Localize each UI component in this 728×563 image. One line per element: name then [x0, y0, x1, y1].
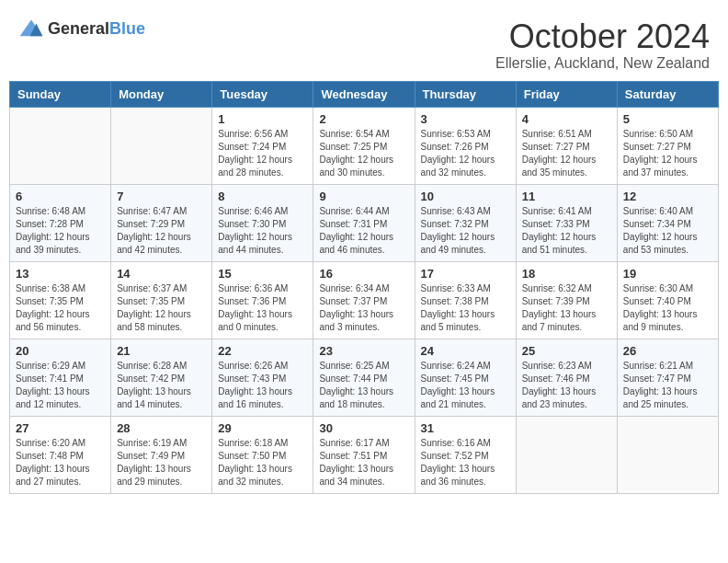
calendar-cell: 1Sunrise: 6:56 AMSunset: 7:24 PMDaylight… [212, 107, 313, 184]
calendar-week-1: 1Sunrise: 6:56 AMSunset: 7:24 PMDaylight… [10, 107, 719, 184]
weekday-header-sunday: Sunday [10, 81, 111, 107]
day-info: Sunrise: 6:38 AMSunset: 7:35 PMDaylight:… [16, 282, 105, 334]
calendar-cell: 14Sunrise: 6:37 AMSunset: 7:35 PMDayligh… [111, 261, 212, 339]
calendar-week-4: 20Sunrise: 6:29 AMSunset: 7:41 PMDayligh… [10, 339, 719, 416]
calendar-cell: 9Sunrise: 6:44 AMSunset: 7:31 PMDaylight… [313, 184, 415, 261]
weekday-header-row: SundayMondayTuesdayWednesdayThursdayFrid… [10, 81, 719, 107]
day-info: Sunrise: 6:44 AMSunset: 7:31 PMDaylight:… [319, 205, 408, 257]
day-info: Sunrise: 6:23 AMSunset: 7:46 PMDaylight:… [522, 360, 611, 411]
logo-general: General [48, 19, 109, 38]
calendar-cell: 29Sunrise: 6:18 AMSunset: 7:50 PMDayligh… [212, 416, 313, 493]
logo-text: GeneralBlue [48, 19, 145, 39]
calendar-table: SundayMondayTuesdayWednesdayThursdayFrid… [9, 81, 719, 494]
day-info: Sunrise: 6:18 AMSunset: 7:50 PMDaylight:… [218, 437, 307, 488]
day-info: Sunrise: 6:28 AMSunset: 7:42 PMDaylight:… [117, 360, 206, 411]
day-number: 17 [421, 267, 510, 281]
day-number: 2 [319, 112, 408, 126]
weekday-header-saturday: Saturday [617, 81, 718, 107]
location: Ellerslie, Auckland, New Zealand [495, 55, 710, 72]
day-number: 6 [16, 190, 105, 203]
calendar-cell: 23Sunrise: 6:25 AMSunset: 7:44 PMDayligh… [313, 339, 415, 416]
calendar-cell: 5Sunrise: 6:50 AMSunset: 7:27 PMDaylight… [617, 107, 718, 184]
calendar-cell: 8Sunrise: 6:46 AMSunset: 7:30 PMDaylight… [212, 184, 313, 261]
day-number: 25 [522, 344, 611, 358]
calendar-week-3: 13Sunrise: 6:38 AMSunset: 7:35 PMDayligh… [10, 261, 719, 339]
day-number: 22 [218, 344, 307, 358]
calendar-cell: 16Sunrise: 6:34 AMSunset: 7:37 PMDayligh… [313, 261, 415, 339]
day-info: Sunrise: 6:37 AMSunset: 7:35 PMDaylight:… [117, 282, 206, 334]
day-info: Sunrise: 6:36 AMSunset: 7:36 PMDaylight:… [218, 282, 307, 334]
day-number: 11 [522, 190, 611, 203]
day-info: Sunrise: 6:48 AMSunset: 7:28 PMDaylight:… [16, 205, 105, 257]
day-info: Sunrise: 6:41 AMSunset: 7:33 PMDaylight:… [522, 205, 611, 257]
day-info: Sunrise: 6:56 AMSunset: 7:24 PMDaylight:… [218, 128, 307, 179]
calendar-cell [111, 107, 212, 184]
calendar-cell: 20Sunrise: 6:29 AMSunset: 7:41 PMDayligh… [10, 339, 111, 416]
calendar-cell: 22Sunrise: 6:26 AMSunset: 7:43 PMDayligh… [212, 339, 313, 416]
day-number: 18 [522, 267, 611, 281]
day-info: Sunrise: 6:50 AMSunset: 7:27 PMDaylight:… [623, 128, 712, 179]
day-info: Sunrise: 6:51 AMSunset: 7:27 PMDaylight:… [522, 128, 611, 179]
day-number: 28 [117, 421, 206, 435]
title-area: October 2024 Ellerslie, Auckland, New Ze… [495, 18, 710, 72]
calendar-cell: 31Sunrise: 6:16 AMSunset: 7:52 PMDayligh… [415, 416, 516, 493]
day-number: 12 [623, 190, 712, 203]
calendar-cell: 15Sunrise: 6:36 AMSunset: 7:36 PMDayligh… [212, 261, 313, 339]
day-info: Sunrise: 6:20 AMSunset: 7:48 PMDaylight:… [16, 437, 105, 488]
day-info: Sunrise: 6:33 AMSunset: 7:38 PMDaylight:… [421, 282, 510, 334]
day-number: 15 [218, 267, 307, 281]
logo-blue: Blue [109, 19, 145, 38]
calendar-cell: 25Sunrise: 6:23 AMSunset: 7:46 PMDayligh… [516, 339, 617, 416]
calendar-cell: 18Sunrise: 6:32 AMSunset: 7:39 PMDayligh… [516, 261, 617, 339]
month-title: October 2024 [495, 18, 710, 55]
day-info: Sunrise: 6:19 AMSunset: 7:49 PMDaylight:… [117, 437, 206, 488]
day-info: Sunrise: 6:43 AMSunset: 7:32 PMDaylight:… [421, 205, 510, 257]
calendar-cell: 6Sunrise: 6:48 AMSunset: 7:28 PMDaylight… [10, 184, 111, 261]
calendar-cell: 4Sunrise: 6:51 AMSunset: 7:27 PMDaylight… [516, 107, 617, 184]
day-number: 14 [117, 267, 206, 281]
day-number: 5 [623, 112, 712, 126]
calendar-cell [516, 416, 617, 493]
calendar-cell: 13Sunrise: 6:38 AMSunset: 7:35 PMDayligh… [10, 261, 111, 339]
day-info: Sunrise: 6:29 AMSunset: 7:41 PMDaylight:… [16, 360, 105, 411]
calendar-cell: 12Sunrise: 6:40 AMSunset: 7:34 PMDayligh… [617, 184, 718, 261]
day-info: Sunrise: 6:34 AMSunset: 7:37 PMDaylight:… [319, 282, 408, 334]
day-number: 27 [16, 421, 105, 435]
day-info: Sunrise: 6:30 AMSunset: 7:40 PMDaylight:… [623, 282, 712, 334]
day-number: 10 [421, 190, 510, 203]
day-info: Sunrise: 6:53 AMSunset: 7:26 PMDaylight:… [421, 128, 510, 179]
day-info: Sunrise: 6:16 AMSunset: 7:52 PMDaylight:… [421, 437, 510, 488]
day-info: Sunrise: 6:47 AMSunset: 7:29 PMDaylight:… [117, 205, 206, 257]
page-header: GeneralBlue October 2024 Ellerslie, Auck… [9, 9, 719, 76]
day-number: 3 [421, 112, 510, 126]
day-number: 21 [117, 344, 206, 358]
day-info: Sunrise: 6:21 AMSunset: 7:47 PMDaylight:… [623, 360, 712, 411]
weekday-header-friday: Friday [516, 81, 617, 107]
calendar-cell: 10Sunrise: 6:43 AMSunset: 7:32 PMDayligh… [415, 184, 516, 261]
day-number: 16 [319, 267, 408, 281]
day-number: 13 [16, 267, 105, 281]
day-number: 7 [117, 190, 206, 203]
day-info: Sunrise: 6:54 AMSunset: 7:25 PMDaylight:… [319, 128, 408, 179]
day-number: 30 [319, 421, 408, 435]
day-info: Sunrise: 6:32 AMSunset: 7:39 PMDaylight:… [522, 282, 611, 334]
calendar-cell: 7Sunrise: 6:47 AMSunset: 7:29 PMDaylight… [111, 184, 212, 261]
calendar-cell: 30Sunrise: 6:17 AMSunset: 7:51 PMDayligh… [313, 416, 415, 493]
calendar-cell: 28Sunrise: 6:19 AMSunset: 7:49 PMDayligh… [111, 416, 212, 493]
weekday-header-thursday: Thursday [415, 81, 516, 107]
calendar-cell: 19Sunrise: 6:30 AMSunset: 7:40 PMDayligh… [617, 261, 718, 339]
day-info: Sunrise: 6:25 AMSunset: 7:44 PMDaylight:… [319, 360, 408, 411]
calendar-week-5: 27Sunrise: 6:20 AMSunset: 7:48 PMDayligh… [10, 416, 719, 493]
calendar-cell: 2Sunrise: 6:54 AMSunset: 7:25 PMDaylight… [313, 107, 415, 184]
calendar-cell: 3Sunrise: 6:53 AMSunset: 7:26 PMDaylight… [415, 107, 516, 184]
calendar-cell: 26Sunrise: 6:21 AMSunset: 7:47 PMDayligh… [617, 339, 718, 416]
calendar-cell: 17Sunrise: 6:33 AMSunset: 7:38 PMDayligh… [415, 261, 516, 339]
logo-icon [18, 18, 44, 39]
day-number: 1 [218, 112, 307, 126]
calendar-cell: 27Sunrise: 6:20 AMSunset: 7:48 PMDayligh… [10, 416, 111, 493]
calendar-cell [10, 107, 111, 184]
day-number: 23 [319, 344, 408, 358]
weekday-header-tuesday: Tuesday [212, 81, 313, 107]
day-number: 8 [218, 190, 307, 203]
day-number: 20 [16, 344, 105, 358]
